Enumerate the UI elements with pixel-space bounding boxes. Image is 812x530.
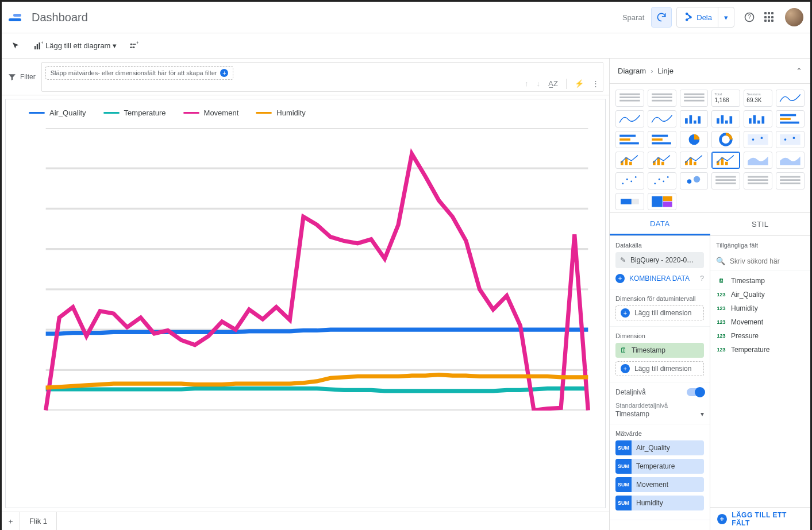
datasource-chip[interactable]: ✎BigQuery - 2020-0… — [615, 252, 704, 268]
metric-chip[interactable]: SUMAir_Quality — [615, 440, 704, 455]
share-button[interactable]: Dela ▾ — [676, 7, 734, 28]
thumb-table[interactable] — [711, 172, 740, 189]
drill-down-toggle[interactable]: Detaljnivå — [615, 388, 704, 396]
refresh-button[interactable] — [651, 7, 672, 28]
save-status: Sparat — [622, 13, 644, 22]
svg-rect-76 — [652, 138, 663, 141]
metric-chip[interactable]: SUMHumidity — [615, 496, 704, 510]
svg-rect-4 — [39, 42, 40, 49]
add-page-button[interactable]: ＋ — [2, 512, 20, 530]
chart-gallery: Total1,168Sessions69.3K — [610, 84, 810, 213]
sort-az-icon[interactable]: A̲Z — [548, 79, 558, 88]
thumb-combo-sel[interactable] — [711, 152, 740, 169]
thumb-bars[interactable] — [711, 110, 740, 127]
thumb-table[interactable] — [680, 90, 709, 107]
svg-point-8 — [133, 46, 135, 48]
thumb-tree[interactable] — [648, 193, 676, 210]
panel-tabs: DATA STIL — [610, 213, 810, 236]
thumb-scatter[interactable] — [648, 172, 676, 189]
svg-point-6 — [130, 43, 132, 45]
field-item[interactable]: 123Movement — [713, 315, 808, 329]
thumb-donut[interactable] — [711, 131, 740, 148]
tab-data[interactable]: DATA — [610, 213, 710, 235]
thumb-spark[interactable] — [776, 90, 805, 107]
thumb-scorecard[interactable]: Total1,168 — [711, 90, 740, 107]
thumb-bubble[interactable] — [680, 172, 709, 189]
filter-hint-chip: Släpp mätvärdes- eller dimensionsfält hä… — [45, 66, 234, 80]
std-detail-select[interactable]: Timestamp▾ — [615, 410, 704, 418]
thumb-map2[interactable] — [776, 131, 805, 148]
metric-chip[interactable]: SUMTemperature — [615, 459, 704, 474]
thumb-bars[interactable] — [680, 110, 709, 127]
thumb-table[interactable] — [615, 90, 644, 107]
field-item[interactable]: 123Humidity — [713, 301, 808, 315]
thumb-map[interactable] — [744, 131, 772, 148]
add-field-button[interactable]: +LÄGG TILL ETT FÄLT — [710, 507, 810, 530]
svg-rect-55 — [684, 96, 704, 98]
thumb-table[interactable] — [648, 90, 676, 107]
thumb-area[interactable] — [776, 152, 805, 169]
select-tool[interactable] — [7, 38, 25, 53]
metric-chip[interactable]: SUMMovement — [615, 477, 704, 492]
dimension-chip[interactable]: 🗓Timestamp — [615, 343, 704, 358]
share-dropdown[interactable]: ▾ — [718, 13, 734, 22]
fields-column: Tillgängliga fält 🔍 🗓Timestamp123Air_Qua… — [710, 236, 810, 530]
thumb-scorecard[interactable]: Sessions69.3K — [744, 90, 772, 107]
field-item[interactable]: 123Pressure — [713, 329, 808, 343]
thumb-table[interactable] — [776, 172, 805, 189]
thumb-barsH[interactable] — [615, 131, 644, 148]
add-dimension[interactable]: +Lägg till dimension — [615, 361, 704, 376]
thumb-gauge[interactable] — [615, 193, 644, 210]
bolt-icon[interactable]: ⚡ — [575, 79, 584, 88]
thumb-bars[interactable] — [744, 110, 772, 127]
blend-data-button[interactable]: +KOMBINERA DATA? — [615, 274, 704, 283]
svg-rect-111 — [748, 176, 768, 178]
more-icon[interactable]: ⋮ — [592, 79, 599, 88]
collapse-icon[interactable]: ⌃ — [796, 67, 802, 75]
svg-rect-65 — [749, 118, 752, 123]
svg-rect-52 — [652, 96, 672, 98]
svg-rect-91 — [661, 162, 664, 165]
thumb-pie[interactable] — [680, 131, 709, 148]
thumb-combo[interactable] — [648, 152, 676, 169]
thumb-barsH[interactable] — [776, 110, 805, 127]
thumb-scatter[interactable] — [615, 172, 644, 189]
page-tab[interactable]: Flik 1 — [20, 512, 57, 530]
header-bar: Dashboard Sparat Dela ▾ ? — [2, 2, 810, 33]
field-item[interactable]: 123Temperature — [713, 343, 808, 357]
avatar[interactable] — [785, 8, 803, 26]
add-control-button[interactable]: + — [125, 38, 142, 53]
svg-point-84 — [784, 138, 787, 141]
filter-label: Filter — [7, 72, 36, 82]
doc-title[interactable]: Dashboard — [32, 11, 622, 24]
apps-icon[interactable] — [764, 12, 775, 22]
help-button[interactable]: ? — [739, 7, 760, 28]
arrow-up-icon[interactable]: ↑ — [525, 79, 529, 88]
add-chart-button[interactable]: + Lägg till ett diagram ▾ — [29, 38, 120, 53]
svg-point-98 — [622, 183, 624, 184]
metric-label: Mätvärde — [615, 430, 704, 437]
thumb-line[interactable] — [648, 110, 676, 127]
thumb-spark[interactable] — [615, 110, 644, 127]
svg-point-102 — [654, 183, 656, 184]
crumb-root[interactable]: Diagram — [618, 67, 646, 75]
add-date-dimension[interactable]: +Lägg till dimension — [615, 305, 704, 320]
thumb-table[interactable] — [744, 172, 772, 189]
chart-card[interactable]: Air_Quality Temperature Movement Humidit… — [5, 99, 606, 508]
svg-rect-3 — [37, 44, 38, 49]
thumb-area[interactable] — [744, 152, 772, 169]
field-search[interactable]: 🔍 — [710, 252, 810, 270]
svg-rect-114 — [780, 176, 800, 178]
thumb-combo[interactable] — [615, 152, 644, 169]
svg-rect-112 — [748, 179, 768, 181]
filter-drop-zone[interactable]: Släpp mätvärdes- eller dimensionsfält hä… — [41, 62, 603, 92]
thumb-barsH[interactable] — [648, 131, 676, 148]
field-search-input[interactable] — [730, 257, 810, 265]
tab-style[interactable]: STIL — [710, 213, 811, 235]
field-item[interactable]: 🗓Timestamp — [713, 274, 808, 288]
field-item[interactable]: 123Air_Quality — [713, 288, 808, 301]
canvas[interactable]: Air_Quality Temperature Movement Humidit… — [2, 95, 609, 512]
thumb-combo[interactable] — [680, 152, 709, 169]
arrow-down-icon[interactable]: ↓ — [537, 79, 541, 88]
toolbar: + Lägg till ett diagram ▾ + — [2, 33, 810, 59]
